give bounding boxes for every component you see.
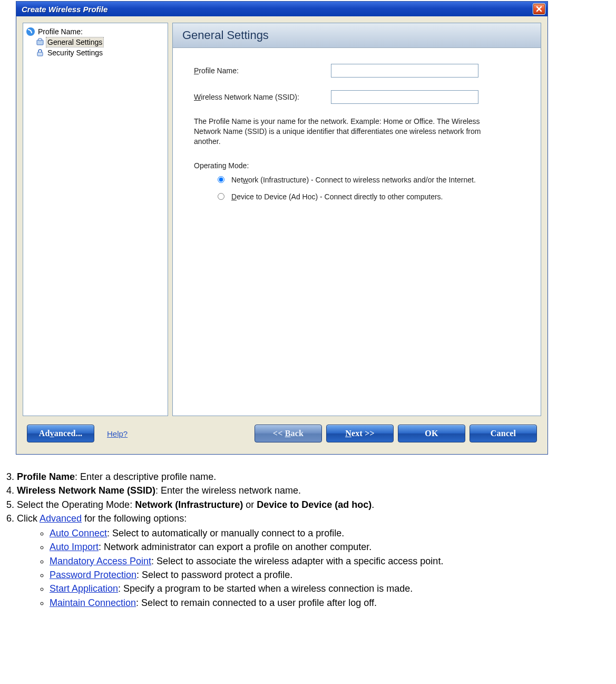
instruction-item-5: Select the Operating Mode: Network (Infr… bbox=[17, 498, 616, 511]
instruction-list: Profile Name: Enter a descriptive profil… bbox=[0, 470, 616, 609]
lock-icon bbox=[36, 49, 44, 57]
tree-item-security-settings[interactable]: Security Settings bbox=[25, 47, 165, 58]
wifi-icon bbox=[26, 27, 35, 36]
advanced-option-link[interactable]: Maintain Connection bbox=[50, 598, 136, 608]
cancel-button[interactable]: Cancel bbox=[470, 425, 537, 442]
advanced-option-link[interactable]: Mandatory Access Point bbox=[50, 556, 151, 566]
nav-tree: Profile Name: General Settings Security … bbox=[23, 23, 168, 416]
titlebar: Create Wireless Profile bbox=[16, 2, 547, 16]
description-text: The Profile Name is your name for the ne… bbox=[194, 117, 489, 147]
operating-mode-label: Operating Mode: bbox=[194, 161, 525, 170]
close-icon bbox=[536, 5, 542, 14]
advanced-option-item: Start Application: Specify a program to … bbox=[50, 582, 616, 595]
back-button[interactable]: << Back bbox=[255, 425, 322, 442]
close-button[interactable] bbox=[533, 3, 545, 15]
advanced-link[interactable]: Advanced bbox=[40, 513, 82, 524]
advanced-option-link[interactable]: Auto Connect bbox=[50, 528, 107, 538]
content-header: General Settings bbox=[173, 23, 541, 48]
tree-root-profile-name[interactable]: Profile Name: bbox=[25, 26, 165, 37]
instruction-item-6: Click Advanced for the following options… bbox=[17, 512, 616, 609]
radio-adhoc-input[interactable] bbox=[218, 193, 224, 200]
svg-rect-1 bbox=[38, 38, 42, 41]
advanced-option-item: Maintain Connection: Select to remain co… bbox=[50, 596, 616, 609]
advanced-option-item: Auto Connect: Select to automatically or… bbox=[50, 527, 616, 540]
advanced-option-link[interactable]: Auto Import bbox=[50, 542, 99, 552]
tree-item-general-settings[interactable]: General Settings bbox=[25, 37, 165, 47]
svg-rect-2 bbox=[37, 52, 43, 56]
profile-name-label: Profile Name: bbox=[194, 66, 331, 75]
radio-adhoc[interactable]: Device to Device (Ad Hoc) - Connect dire… bbox=[215, 192, 510, 201]
create-wireless-profile-dialog: Create Wireless Profile Profile Name: bbox=[16, 1, 548, 455]
radio-infrastructure[interactable]: Network (Infrastructure) - Connect to wi… bbox=[215, 175, 510, 185]
advanced-option-item: Mandatory Access Point: Select to associ… bbox=[50, 555, 616, 567]
instruction-item-4: Wireless Network Name (SSID): Enter the … bbox=[17, 484, 616, 497]
advanced-option-link[interactable]: Start Application bbox=[50, 583, 118, 594]
general-icon bbox=[36, 38, 44, 46]
ssid-label: Wireless Network Name (SSID): bbox=[194, 93, 331, 101]
help-link[interactable]: Help? bbox=[107, 429, 128, 438]
advanced-button[interactable]: Advanced... bbox=[27, 425, 94, 442]
window-title: Create Wireless Profile bbox=[22, 5, 107, 14]
button-bar: Advanced... Help? << Back Next >> OK Can… bbox=[23, 416, 541, 448]
radio-infrastructure-input[interactable] bbox=[218, 176, 224, 183]
next-button[interactable]: Next >> bbox=[326, 425, 394, 442]
advanced-option-item: Auto Import: Network administrator can e… bbox=[50, 541, 616, 553]
advanced-option-item: Password Protection: Select to password … bbox=[50, 569, 616, 581]
ok-button[interactable]: OK bbox=[398, 425, 465, 442]
advanced-option-link[interactable]: Password Protection bbox=[50, 570, 136, 580]
ssid-input[interactable] bbox=[331, 90, 478, 104]
content-pane: General Settings Profile Name: Wireless … bbox=[172, 23, 541, 416]
instruction-item-3: Profile Name: Enter a descriptive profil… bbox=[17, 470, 616, 483]
profile-name-input[interactable] bbox=[331, 64, 478, 78]
advanced-options-list: Auto Connect: Select to automatically or… bbox=[17, 527, 616, 609]
